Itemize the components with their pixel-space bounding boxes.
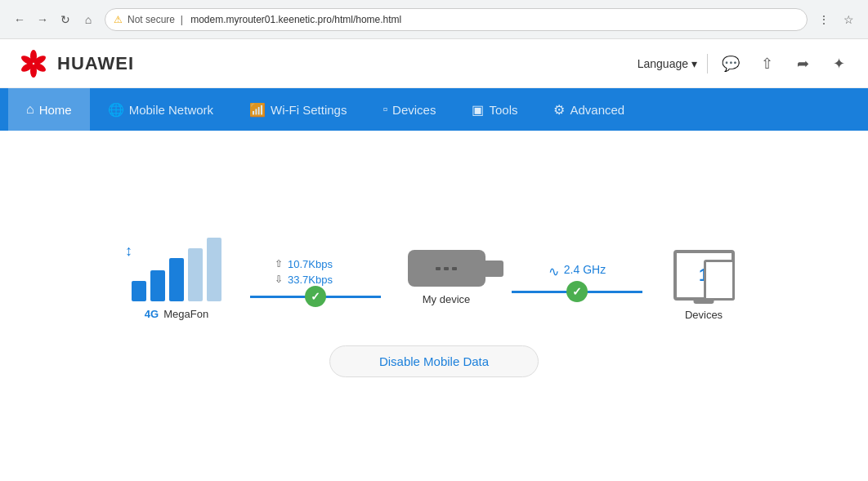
header-right: Language ▾ 💬 ⇧ ➦ ✦ [638,51,852,77]
disable-mobile-label: Disable Mobile Data [379,354,489,368]
huawei-logo-icon [16,47,51,81]
connector-line-2: ✓ [512,291,642,293]
nav-bar: ⌂ Home 🌐 Mobile Network 📶 Wi-Fi Settings… [0,88,868,131]
nav-item-advanced[interactable]: ⚙ Advanced [535,88,642,131]
modem-dots [436,267,457,270]
modem-dot-1 [436,267,441,270]
spinner-button[interactable]: ✦ [825,51,852,77]
home-nav-icon: ⌂ [26,102,34,117]
signal-activity-icon: ↕ [125,243,132,260]
device-icon-wrapper [408,250,485,287]
main-content: ↕ 4G MegaFon ⇧ 10.7Kbps ⇩ [0,131,868,481]
nav-item-devices[interactable]: ▫ Devices [365,88,454,131]
wifi-section: ∿ 2.4 GHz [536,263,618,281]
signal-bar-4 [188,248,203,301]
message-button[interactable]: 💬 [718,51,744,77]
device-section: My device [389,250,503,305]
browser-chrome: ← → ↻ ⌂ ⚠ Not secure | modem.myrouter01.… [0,0,868,39]
nav-item-tools[interactable]: ▣ Tools [454,88,535,131]
nav-item-wifi-settings[interactable]: 📶 Wi-Fi Settings [231,88,365,131]
header: HUAWEI Language ▾ 💬 ⇧ ➦ ✦ [0,39,868,88]
speed-section: ⇧ 10.7Kbps ⇩ 33.7Kbps [275,258,356,286]
nav-label-wifi-settings: Wi-Fi Settings [271,103,347,117]
nav-label-tools: Tools [489,103,517,117]
line-left [250,296,305,298]
tools-nav-icon: ▣ [472,102,484,118]
language-dropdown-icon: ▾ [691,57,697,70]
check-icon-2: ✓ [566,281,588,302]
upload-arrow-icon: ⇧ [275,258,283,269]
device-label: My device [423,293,471,305]
advanced-nav-icon: ⚙ [553,102,565,118]
signal-bar-5 [207,238,221,301]
speed-download: 33.7Kbps [288,274,333,286]
nav-item-mobile-network[interactable]: 🌐 Mobile Network [90,88,231,131]
signout-button[interactable]: ➦ [790,51,816,77]
tablet-icon [704,260,735,301]
monitor-wrapper: 1 [673,250,735,301]
signal-bar-3 [169,258,184,301]
nav-buttons: ← → ↻ ⌂ [10,10,98,29]
wifi-settings-icon: 📶 [249,102,266,118]
devices-nav-icon: ▫ [383,102,387,117]
wifi-freq-row: ∿ 2.4 GHz [548,263,606,281]
line-right-2 [588,291,642,293]
wifi-icon: ∿ [548,264,559,279]
wifi-connector: ∿ 2.4 GHz ✓ [503,263,651,293]
devices-label: Devices [685,309,723,321]
devices-section: 1 Devices [651,235,757,321]
forward-button[interactable]: → [33,10,52,29]
upload-button[interactable]: ⇧ [754,51,780,77]
signal-bar-1 [132,281,146,301]
browser-actions: ⋮ ☆ [814,10,858,29]
nav-item-home[interactable]: ⌂ Home [8,88,90,131]
signal-generation: 4G [145,308,159,320]
back-button[interactable]: ← [10,10,29,29]
dashboard-row: ↕ 4G MegaFon ⇧ 10.7Kbps ⇩ [46,235,822,321]
nav-label-advanced: Advanced [570,103,624,117]
signal-section: ↕ 4G MegaFon [111,236,242,320]
signal-provider: MegaFon [163,308,208,320]
signal-bars: ↕ [132,236,221,301]
wifi-frequency: 2.4 GHz [564,263,606,276]
home-browser-button[interactable]: ⌂ [78,10,98,29]
logo-text: HUAWEI [57,53,134,74]
logo: HUAWEI [16,47,134,81]
download-arrow-icon: ⇩ [275,274,283,285]
refresh-button[interactable]: ↻ [56,10,75,29]
speed-upload-row: ⇧ 10.7Kbps [275,258,356,270]
disable-mobile-data-button[interactable]: Disable Mobile Data [329,345,539,377]
modem-body [408,250,485,287]
modem-dot-2 [444,267,449,270]
signal-label: 4G MegaFon [145,308,208,320]
modem-dot-3 [452,267,457,270]
devices-icon: 1 [659,235,749,301]
line-left-2 [512,291,566,293]
modem-plug [485,261,503,277]
check-icon-1: ✓ [305,286,326,307]
language-button[interactable]: Language ▾ [638,57,697,70]
speed-download-row: ⇩ 33.7Kbps [275,274,356,286]
language-label: Language [638,57,688,70]
nav-label-home: Home [39,103,72,117]
bookmark-button[interactable]: ☆ [839,10,858,29]
header-divider [707,54,708,73]
speed-upload: 10.7Kbps [288,258,333,270]
connector-line-1: ✓ [250,296,381,298]
url-text: Not secure | [128,14,186,25]
signal-bar-2 [150,270,165,301]
nav-label-devices: Devices [392,103,436,117]
url-display: modem.myrouter01.keenetic.pro/html/home.… [190,14,401,25]
share-button[interactable]: ⋮ [814,10,834,29]
nav-label-mobile-network: Mobile Network [129,103,213,117]
speed-connector: ⇧ 10.7Kbps ⇩ 33.7Kbps ✓ [242,258,389,298]
address-bar[interactable]: ⚠ Not secure | modem.myrouter01.keenetic… [105,8,808,31]
security-icon: ⚠ [114,14,123,25]
mobile-network-icon: 🌐 [108,102,124,118]
line-right [326,296,381,298]
